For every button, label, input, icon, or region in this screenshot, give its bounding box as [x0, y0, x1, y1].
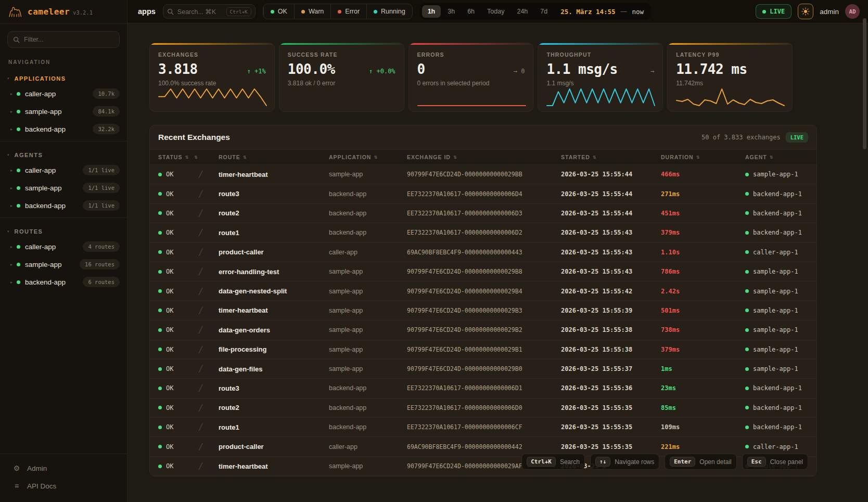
scrollbar[interactable] — [863, 18, 867, 497]
started-cell: 2026-03-25 15:55:35 — [561, 423, 661, 431]
status-dot-icon — [271, 10, 274, 14]
route-cell: timer-heartbeat — [219, 306, 329, 314]
nav-section-header[interactable]: ▾ AGENTS — [0, 149, 127, 161]
table-row[interactable]: OK ╱ timer-heartbeat sample-app 90799F47… — [150, 165, 816, 184]
table-row[interactable]: OK ╱ route3 backend-app EE7322370A10617-… — [150, 379, 816, 398]
stat-card-delta: → 0 — [514, 68, 525, 75]
search-input[interactable]: Search... ⌘K Ctrl+K — [163, 4, 256, 19]
status-dot-icon — [158, 231, 162, 235]
column-header[interactable]: ⇅ — [192, 155, 219, 160]
sidebar-item-label: backend-app — [25, 125, 66, 133]
table-row[interactable]: OK ╱ data-gen-nested-split sample-app 90… — [150, 281, 816, 301]
application-cell: backend-app — [329, 229, 407, 236]
table-row[interactable]: OK ╱ file-processing sample-app 90799F47… — [150, 340, 816, 359]
time-range-button[interactable]: 3h — [442, 5, 461, 18]
live-badge[interactable]: LIVE — [756, 4, 792, 19]
table-row[interactable]: OK ╱ data-gen-files sample-app 90799F47E… — [150, 359, 816, 379]
started-cell: 2026-03-25 15:55:44 — [561, 190, 661, 198]
sidebar-footer-item[interactable]: ≡ API Docs — [0, 477, 127, 495]
status-filter-button[interactable]: Warn — [294, 4, 330, 19]
table-row[interactable]: OK ╱ error-handling-test sample-app 9079… — [150, 262, 816, 281]
sort-icon: ⇅ — [374, 155, 378, 160]
status-dot-icon — [158, 250, 162, 254]
application-cell: sample-app — [329, 288, 407, 295]
exchange-id-cell: 90799F47E6CD24D-00000000000029BB — [407, 171, 561, 178]
sidebar-footer-item[interactable]: ⚙ Admin — [0, 459, 127, 477]
agent-cell: sample-app-1 — [753, 346, 798, 353]
duration-cell: 451ms — [661, 210, 745, 217]
column-header-label: STARTED — [561, 154, 590, 160]
sidebar-item[interactable]: ▸ sample-app 16 routes — [0, 255, 127, 273]
app-name: cameleer — [28, 7, 70, 17]
status-cell: OK — [166, 171, 173, 178]
sidebar-item[interactable]: ▸ sample-app 1/1 live — [0, 179, 127, 197]
column-header[interactable]: EXCHANGE ID ⇅ — [407, 154, 561, 160]
table-row[interactable]: OK ╱ route2 backend-app EE7322370A10617-… — [150, 204, 816, 223]
agent-dot-icon — [745, 173, 749, 176]
table-row[interactable]: OK ╱ route3 backend-app EE7322370A10617-… — [150, 184, 816, 203]
sidebar-item[interactable]: ▸ caller-app 10.7k — [0, 85, 127, 102]
application-cell: backend-app — [329, 210, 407, 217]
scrollbar-thumb[interactable] — [863, 18, 866, 149]
status-filter-button[interactable]: Error — [330, 4, 366, 19]
avatar[interactable]: AD — [845, 4, 860, 19]
column-header[interactable]: AGENT ⇅ — [745, 154, 808, 160]
filter-input[interactable]: Filter... — [7, 31, 120, 48]
sparkline-chart — [417, 86, 526, 107]
application-cell: caller-app — [329, 249, 407, 256]
column-header[interactable]: DURATION ⇅ — [661, 154, 745, 160]
stat-card-label: THROUGHPUT — [546, 52, 654, 58]
status-dot-icon — [17, 127, 20, 131]
sidebar-item[interactable]: ▸ backend-app 32.2k — [0, 120, 127, 138]
sidebar: cameleer v3.2.1 Filter... NAVIGATION ▾ A… — [0, 0, 127, 502]
search-placeholder: Search... ⌘K — [177, 8, 223, 16]
sidebar-item[interactable]: ▸ sample-app 84.1k — [0, 102, 127, 120]
logo: cameleer v3.2.1 — [0, 0, 127, 24]
time-range-button[interactable]: 24h — [511, 5, 533, 18]
sidebar-item-badge: 32.2k — [93, 124, 120, 134]
status-filter-button[interactable]: Running — [366, 4, 412, 19]
started-cell: 2026-03-25 15:55:43 — [561, 268, 661, 275]
stat-card-value: 1.1 msg/s — [546, 61, 617, 77]
sidebar-item-badge: 4 routes — [83, 241, 120, 252]
time-range-button[interactable]: 1h — [422, 5, 441, 18]
exchange-id-cell: 90799F47E6CD24D-00000000000029B1 — [407, 346, 561, 353]
stat-card-label: EXCHANGES — [158, 52, 266, 58]
duration-cell: 466ms — [661, 171, 745, 178]
table-row[interactable]: OK ╱ route1 backend-app EE7322370A10617-… — [150, 223, 816, 242]
route-cell: data-gen-nested-split — [219, 287, 329, 295]
hint-label: Close panel — [770, 458, 803, 466]
table-row[interactable]: OK ╱ product-caller caller-app 69AC90BF8… — [150, 243, 816, 262]
sidebar-item[interactable]: ▸ caller-app 4 routes — [0, 238, 127, 255]
search-shortcut-badge: Ctrl+K — [226, 7, 251, 16]
column-header[interactable]: ROUTE ⇅ — [219, 154, 329, 160]
datetime-end-label: now — [632, 8, 644, 16]
table-row[interactable]: OK ╱ route2 backend-app EE7322370A10617-… — [150, 398, 816, 418]
route-direction-icon: ╱ — [192, 210, 219, 217]
theme-toggle-button[interactable] — [798, 4, 813, 19]
nav-section-header[interactable]: ▾ APPLICATIONS — [0, 72, 127, 85]
table-row[interactable]: OK ╱ route1 backend-app EE7322370A10617-… — [150, 418, 816, 437]
route-cell: error-handling-test — [219, 268, 329, 276]
column-header[interactable]: APPLICATION ⇅ — [329, 154, 407, 160]
column-header[interactable]: STARTED ⇅ — [561, 154, 661, 160]
table-row[interactable]: OK ╱ data-gen-orders sample-app 90799F47… — [150, 320, 816, 340]
sidebar-item[interactable]: ▸ backend-app 6 routes — [0, 273, 127, 291]
sidebar-item[interactable]: ▸ backend-app 1/1 live — [0, 197, 127, 214]
time-range-button[interactable]: 7d — [534, 5, 553, 18]
exchange-id-cell: 69AC90BF8EBC4F9-0000000000000442 — [407, 443, 561, 450]
stat-card-delta: ↑ +0.0% — [369, 68, 395, 75]
stat-card-delta: ↑ +1% — [247, 68, 266, 75]
nav-section-header[interactable]: ▾ ROUTES — [0, 225, 127, 238]
agent-dot-icon — [745, 211, 749, 215]
status-filter-button[interactable]: OK — [263, 4, 294, 19]
status-dot-icon — [158, 192, 162, 196]
agent-cell: sample-app-1 — [753, 171, 798, 178]
sidebar-item[interactable]: ▸ caller-app 1/1 live — [0, 161, 127, 179]
column-header[interactable]: STATUS ⇅ — [158, 154, 192, 160]
time-range-button[interactable]: 6h — [462, 5, 480, 18]
time-range-button[interactable]: Today — [481, 5, 510, 18]
route-direction-icon: ╱ — [192, 171, 219, 178]
table-row[interactable]: OK ╱ timer-heartbeat sample-app 90799F47… — [150, 301, 816, 320]
stat-card-value: 11.742 ms — [676, 61, 747, 77]
